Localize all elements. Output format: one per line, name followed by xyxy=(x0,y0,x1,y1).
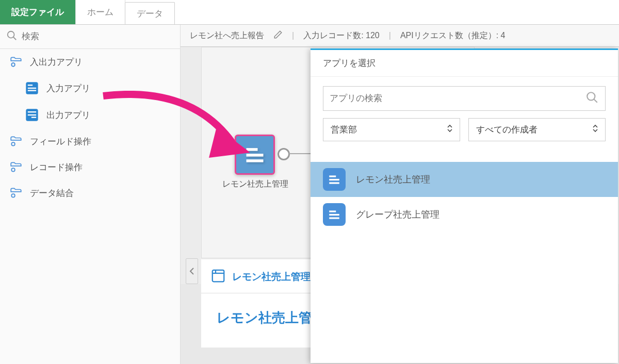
status-bar: レモン社へ売上報告 | 入力レコード数: 120 | APIリクエスト数（推定）… xyxy=(181,25,619,47)
folder-gear-icon xyxy=(9,135,23,148)
svg-rect-6 xyxy=(28,90,36,91)
sidebar-item-label: 出力アプリ xyxy=(46,109,90,121)
search-icon xyxy=(6,30,18,43)
sidebar-search-input[interactable] xyxy=(18,31,174,42)
app-name: グレープ社売上管理 xyxy=(356,208,439,221)
svg-point-11 xyxy=(11,142,14,146)
svg-rect-14 xyxy=(247,148,258,151)
separator: | xyxy=(292,31,294,40)
popup-search-input[interactable] xyxy=(330,93,585,104)
api-request-count: APIリクエスト数（推定）: 4 xyxy=(400,30,506,41)
edit-icon[interactable] xyxy=(273,30,283,41)
app-icon xyxy=(323,168,346,191)
separator: | xyxy=(389,31,391,40)
svg-rect-15 xyxy=(247,154,264,157)
svg-rect-9 xyxy=(28,114,36,115)
popup-title: アプリを選択 xyxy=(311,50,618,77)
folder-gear-icon xyxy=(9,55,23,69)
search-icon[interactable] xyxy=(585,91,599,106)
sidebar-search[interactable] xyxy=(0,25,180,49)
select-department[interactable]: 営業部 xyxy=(323,118,460,141)
tab-data[interactable]: データ xyxy=(125,2,175,24)
input-record-count: 入力レコード数: 120 xyxy=(303,30,380,41)
sidebar-item-label: レコード操作 xyxy=(30,161,83,173)
node-connector[interactable] xyxy=(278,148,290,160)
collapse-panel-button[interactable] xyxy=(186,258,198,284)
tab-settings-file[interactable]: 設定ファイル xyxy=(0,0,76,24)
sidebar-item-label: 入力アプリ xyxy=(46,82,90,94)
select-value: すべての作成者 xyxy=(476,124,537,136)
popup-search[interactable] xyxy=(323,86,606,111)
detail-panel-title: レモン社売上管理 xyxy=(232,270,311,284)
updown-icon xyxy=(447,124,452,135)
input-app-icon xyxy=(25,81,39,95)
node-label: レモン社売上管理 xyxy=(217,179,294,190)
flow-node-input-app[interactable] xyxy=(235,135,275,175)
app-list-item[interactable]: グレープ社売上管理 xyxy=(311,197,618,232)
svg-line-21 xyxy=(594,99,597,103)
sidebar-item-field-ops[interactable]: フィールド操作 xyxy=(0,128,180,154)
sidebar-item-input-app[interactable]: 入力アプリ xyxy=(0,75,180,102)
sidebar-item-label: データ結合 xyxy=(30,187,74,199)
svg-rect-5 xyxy=(28,88,36,89)
select-value: 営業部 xyxy=(331,124,357,136)
svg-rect-8 xyxy=(28,111,36,112)
svg-point-0 xyxy=(8,31,14,38)
top-tabs: 設定ファイル ホーム データ xyxy=(0,0,619,25)
svg-rect-17 xyxy=(213,270,224,282)
tab-home[interactable]: ホーム xyxy=(76,0,125,24)
flow-title: レモン社へ売上報告 xyxy=(190,30,264,41)
sidebar-item-label: 入出力アプリ xyxy=(30,56,83,68)
output-app-icon xyxy=(25,108,39,122)
svg-rect-27 xyxy=(329,217,339,219)
svg-rect-4 xyxy=(28,85,32,86)
app-select-popup: アプリを選択 営業部 すべての作成者 xyxy=(311,48,618,363)
sidebar-item-record-ops[interactable]: レコード操作 xyxy=(0,154,180,180)
app-icon xyxy=(323,203,346,226)
sidebar: 入出力アプリ 入力アプリ 出力アプリ フィールド操作 レコード操作 xyxy=(0,25,181,364)
svg-rect-23 xyxy=(329,179,339,180)
svg-rect-10 xyxy=(31,117,36,118)
app-icon xyxy=(210,268,226,286)
svg-rect-24 xyxy=(329,182,339,184)
svg-point-12 xyxy=(11,168,14,172)
folder-gear-icon xyxy=(9,186,23,200)
svg-rect-16 xyxy=(247,159,264,162)
svg-point-13 xyxy=(11,194,14,197)
svg-rect-25 xyxy=(329,210,336,212)
select-creator[interactable]: すべての作成者 xyxy=(468,118,606,141)
sidebar-item-io-app[interactable]: 入出力アプリ xyxy=(0,49,180,75)
detail-panel-heading: レモン社売上管理 xyxy=(217,310,325,325)
svg-point-20 xyxy=(587,92,595,100)
app-list-item[interactable]: レモン社売上管理 xyxy=(311,162,618,197)
sidebar-item-output-app[interactable]: 出力アプリ xyxy=(0,102,180,128)
sidebar-item-data-join[interactable]: データ結合 xyxy=(0,180,180,206)
updown-icon xyxy=(593,124,598,135)
svg-rect-22 xyxy=(329,175,336,177)
folder-gear-icon xyxy=(9,160,23,174)
svg-rect-26 xyxy=(329,214,339,216)
sidebar-item-label: フィールド操作 xyxy=(30,136,91,147)
svg-line-1 xyxy=(13,37,17,40)
app-name: レモン社売上管理 xyxy=(356,173,430,186)
